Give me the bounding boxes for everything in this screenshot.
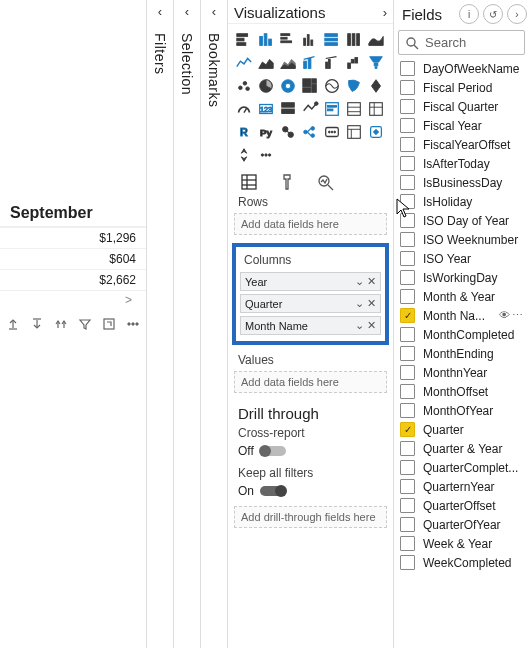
drillthrough-well[interactable]: Add drill-through fields here	[234, 506, 387, 528]
field-row[interactable]: Fiscal Quarter	[396, 97, 527, 116]
viz-decomposition-tree-icon[interactable]	[300, 122, 320, 142]
checkbox[interactable]	[400, 270, 415, 285]
chevron-down-icon[interactable]: ⌄	[355, 275, 364, 288]
viz-power-automate-icon[interactable]	[234, 145, 254, 165]
focus-mode-icon[interactable]	[102, 317, 116, 334]
viz-clustered-bar-icon[interactable]	[278, 30, 298, 50]
checkbox[interactable]	[400, 232, 415, 247]
checkbox[interactable]	[400, 194, 415, 209]
field-row[interactable]: Month Na...👁⋯	[396, 306, 527, 325]
bookmarks-rail[interactable]: ‹ Bookmarks	[201, 0, 228, 648]
checkbox[interactable]	[400, 536, 415, 551]
fields-search[interactable]: Search	[398, 30, 525, 55]
cross-report-toggle[interactable]: Off	[228, 442, 393, 464]
checkbox[interactable]	[400, 460, 415, 475]
viz-line-clustered-column-icon[interactable]	[322, 53, 342, 73]
selection-rail[interactable]: ‹ Selection	[174, 0, 201, 648]
field-row[interactable]: MonthOfYear	[396, 401, 527, 420]
eye-icon[interactable]: 👁	[499, 309, 510, 322]
field-row[interactable]: IsWorkingDay	[396, 268, 527, 287]
field-row[interactable]: FiscalYearOffset	[396, 135, 527, 154]
remove-icon[interactable]: ✕	[367, 297, 376, 310]
field-row[interactable]: ISO Weeknumber	[396, 230, 527, 249]
viz-table-icon[interactable]	[344, 99, 364, 119]
checkbox[interactable]	[400, 365, 415, 380]
viz-scatter-icon[interactable]	[234, 76, 254, 96]
viz-py-visual-icon[interactable]: Py	[256, 122, 276, 142]
more-options-icon[interactable]	[126, 317, 140, 334]
viz-paginated-icon[interactable]	[344, 122, 364, 142]
viz-card-icon[interactable]: 123	[256, 99, 276, 119]
drill-down-icon[interactable]	[30, 317, 44, 334]
field-row[interactable]: MonthnYear	[396, 363, 527, 382]
filters-rail[interactable]: ‹ Filters	[147, 0, 174, 648]
viz-ribbon-icon[interactable]	[366, 30, 386, 50]
viz-power-apps-icon[interactable]	[366, 122, 386, 142]
field-row[interactable]: Fiscal Period	[396, 78, 527, 97]
viz-stacked-area-icon[interactable]	[278, 53, 298, 73]
checkbox[interactable]	[400, 308, 415, 323]
drill-up-icon[interactable]	[6, 317, 20, 334]
checkbox[interactable]	[400, 346, 415, 361]
viz-clustered-column-icon[interactable]	[300, 30, 320, 50]
chevron-left-icon[interactable]: ‹	[158, 4, 162, 19]
analytics-tab-icon[interactable]	[314, 171, 336, 193]
field-row[interactable]: QuarterComplet...	[396, 458, 527, 477]
viz-map-icon[interactable]	[322, 76, 342, 96]
field-row[interactable]: Week & Year	[396, 534, 527, 553]
remove-icon[interactable]: ✕	[367, 319, 376, 332]
field-row[interactable]: Month & Year	[396, 287, 527, 306]
info-icon[interactable]: i	[459, 4, 479, 24]
field-row[interactable]: WeekCompleted	[396, 553, 527, 572]
viz-slicer-icon[interactable]	[322, 99, 342, 119]
field-row[interactable]: MonthEnding	[396, 344, 527, 363]
field-row[interactable]: Quarter & Year	[396, 439, 527, 458]
chevron-right-icon[interactable]: ›	[383, 5, 387, 20]
checkbox[interactable]	[400, 156, 415, 171]
remove-icon[interactable]: ✕	[367, 275, 376, 288]
field-row[interactable]: DayOfWeekName	[396, 59, 527, 78]
checkbox[interactable]	[400, 441, 415, 456]
viz-matrix-icon[interactable]	[366, 99, 386, 119]
checkbox[interactable]	[400, 403, 415, 418]
viz-donut-icon[interactable]	[278, 76, 298, 96]
checkbox[interactable]	[400, 99, 415, 114]
column-field-pill[interactable]: Quarter⌄✕	[240, 294, 381, 313]
viz-line-icon[interactable]	[234, 53, 254, 73]
viz-more-visuals-icon[interactable]	[256, 145, 276, 165]
checkbox[interactable]	[400, 384, 415, 399]
field-row[interactable]: QuarterOfYear	[396, 515, 527, 534]
scroll-right[interactable]: >	[0, 291, 146, 309]
field-row[interactable]: IsAfterToday	[396, 154, 527, 173]
field-row[interactable]: ISO Year	[396, 249, 527, 268]
checkbox[interactable]	[400, 289, 415, 304]
format-tab-icon[interactable]	[276, 171, 298, 193]
expand-level-icon[interactable]	[54, 317, 68, 334]
field-row[interactable]: QuarterOffset	[396, 496, 527, 515]
viz-waterfall-icon[interactable]	[344, 53, 364, 73]
checkbox[interactable]	[400, 251, 415, 266]
field-row[interactable]: Quarter	[396, 420, 527, 439]
history-icon[interactable]: ↺	[483, 4, 503, 24]
chevron-left-icon[interactable]: ‹	[212, 4, 216, 19]
chevron-left-icon[interactable]: ‹	[185, 4, 189, 19]
viz-stacked-column-icon[interactable]	[256, 30, 276, 50]
viz-filled-map-icon[interactable]	[344, 76, 364, 96]
field-row[interactable]: MonthCompleted	[396, 325, 527, 344]
viz-key-influencers-icon[interactable]	[278, 122, 298, 142]
viz-100-stacked-bar-icon[interactable]	[322, 30, 342, 50]
field-row[interactable]: MonthOffset	[396, 382, 527, 401]
checkbox[interactable]	[400, 422, 415, 437]
checkbox[interactable]	[400, 175, 415, 190]
viz-treemap-icon[interactable]	[300, 76, 320, 96]
viz-r-visual-icon[interactable]: R	[234, 122, 254, 142]
field-row[interactable]: IsBusinessDay	[396, 173, 527, 192]
checkbox[interactable]	[400, 80, 415, 95]
field-row[interactable]: QuarternYear	[396, 477, 527, 496]
field-row[interactable]: Fiscal Year	[396, 116, 527, 135]
field-row[interactable]: IsHoliday	[396, 192, 527, 211]
viz-qna-icon[interactable]	[322, 122, 342, 142]
fields-tab-icon[interactable]	[238, 171, 260, 193]
chevron-down-icon[interactable]: ⌄	[355, 319, 364, 332]
report-canvas[interactable]: September $1,296 $604 $2,662 >	[0, 0, 147, 648]
